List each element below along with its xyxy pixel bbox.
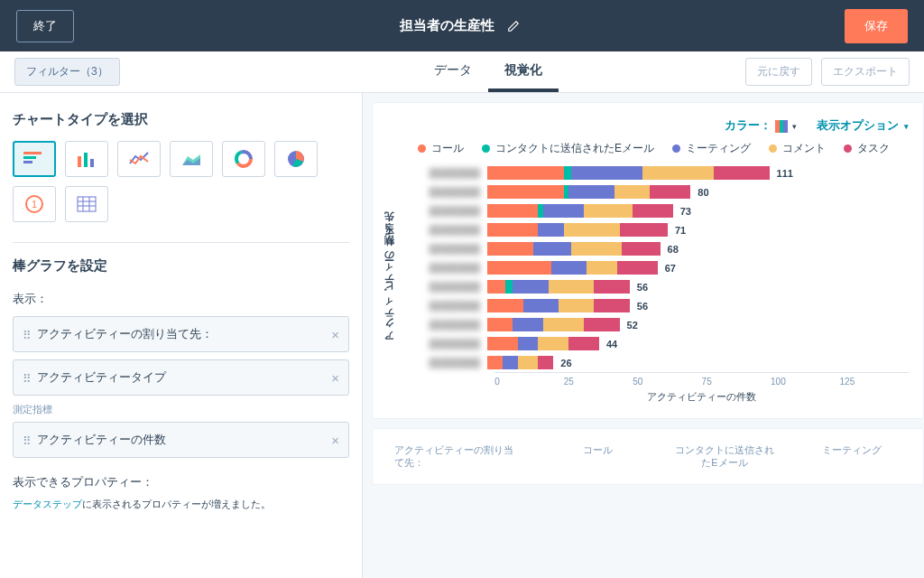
- display-label: 表示：: [13, 291, 349, 307]
- edit-icon[interactable]: [507, 20, 520, 33]
- bar-row: ████████73: [397, 201, 909, 220]
- sidebar: チャートタイプを選択 1 棒グラフを設定 表示： アクティビティーの割り当て先：…: [0, 93, 363, 578]
- svg-rect-1: [23, 156, 36, 159]
- remove-icon[interactable]: ×: [331, 327, 339, 342]
- bar-row: ████████44: [397, 334, 909, 353]
- svg-rect-14: [78, 197, 96, 211]
- chevron-down-icon: ▾: [904, 122, 909, 131]
- legend-call[interactable]: コール: [418, 141, 464, 156]
- metric-label: 測定指標: [13, 403, 349, 416]
- field-assignee[interactable]: アクティビティーの割り当て先： ×: [13, 316, 349, 352]
- y-axis-label: アクティビティーの割り当て先：: [382, 163, 397, 404]
- legend-meeting[interactable]: ミーティング: [672, 141, 751, 156]
- drag-handle-icon[interactable]: [23, 372, 30, 383]
- bar-row: ████████52: [397, 315, 909, 334]
- svg-rect-3: [78, 156, 81, 167]
- bar-row: ████████111: [397, 163, 909, 182]
- svg-rect-2: [23, 161, 32, 163]
- display-options[interactable]: 表示オプション ▾: [817, 117, 909, 134]
- tabbar: フィルター（3） データ 視覚化 元に戻す エクスポート: [0, 51, 924, 93]
- export-button[interactable]: エクスポート: [821, 58, 910, 86]
- drag-handle-icon[interactable]: [23, 434, 30, 445]
- chart-type-vbar[interactable]: [65, 141, 108, 177]
- svg-text:1: 1: [32, 199, 37, 210]
- legend-email[interactable]: コンタクトに送信されたEメール: [482, 141, 654, 156]
- chart-panel: カラー： ▾ 表示オプション ▾ コール コンタクトに送信されたEメール ミーテ…: [372, 102, 924, 419]
- bar-row: ████████56: [397, 277, 909, 296]
- bar-row: ████████56: [397, 296, 909, 315]
- chart-legend: コール コンタクトに送信されたEメール ミーティング コメント タスク: [382, 141, 909, 156]
- undo-button[interactable]: 元に戻す: [745, 58, 812, 86]
- svg-rect-5: [90, 159, 94, 167]
- svg-rect-4: [84, 153, 88, 167]
- chart-type-area[interactable]: [170, 141, 213, 177]
- config-heading: 棒グラフを設定: [13, 257, 349, 275]
- field-activity-count[interactable]: アクティビティーの件数 ×: [13, 422, 349, 458]
- table-col-assignee: アクティビティーの割り当て先：: [394, 443, 521, 470]
- tab-visualization[interactable]: 視覚化: [488, 51, 559, 92]
- topbar: 終了 担当者の生産性 保存: [0, 0, 924, 51]
- color-selector[interactable]: カラー： ▾: [725, 117, 798, 134]
- field-activity-count-label: アクティビティーの件数: [37, 432, 166, 448]
- main: カラー： ▾ 表示オプション ▾ コール コンタクトに送信されたEメール ミーテ…: [363, 93, 924, 578]
- chart-area: アクティビティーの割り当て先： ████████111████████80███…: [382, 163, 909, 404]
- bar-row: ████████67: [397, 258, 909, 277]
- chart-type-heading: チャートタイプを選択: [13, 111, 349, 128]
- svg-rect-0: [23, 152, 42, 154]
- chart-type-kpi[interactable]: 1: [13, 186, 56, 222]
- table-header: アクティビティーの割り当て先： コール コンタクトに送信されたEメール ミーティ…: [394, 443, 901, 470]
- data-step-link[interactable]: データステップ: [13, 499, 82, 509]
- page-title: 担当者の生産性: [400, 17, 494, 34]
- remove-icon[interactable]: ×: [331, 370, 339, 386]
- field-activity-type-label: アクティビティータイプ: [37, 369, 166, 386]
- legend-comment[interactable]: コメント: [769, 141, 826, 156]
- color-swatch-icon: [775, 120, 788, 133]
- field-activity-type[interactable]: アクティビティータイプ ×: [13, 359, 349, 396]
- remove-icon[interactable]: ×: [331, 433, 339, 448]
- drag-handle-icon[interactable]: [23, 329, 30, 340]
- available-props-label: 表示できるプロパティー：: [13, 474, 349, 490]
- legend-task[interactable]: タスク: [844, 141, 890, 156]
- chart-type-donut[interactable]: [222, 141, 265, 177]
- table-col-call: コール: [548, 443, 648, 470]
- bar-row: ████████71: [397, 220, 909, 239]
- bars-container: ████████111████████80████████73████████7…: [397, 163, 909, 404]
- chart-type-grid: 1: [13, 141, 349, 222]
- chevron-down-icon: ▾: [792, 122, 797, 131]
- table-panel: アクティビティーの割り当て先： コール コンタクトに送信されたEメール ミーティ…: [372, 428, 924, 485]
- chart-type-table[interactable]: [65, 186, 108, 222]
- field-assignee-label: アクティビティーの割り当て先：: [37, 326, 213, 342]
- exit-button[interactable]: 終了: [16, 10, 74, 42]
- table-col-meeting: ミーティング: [801, 443, 901, 470]
- filters-button[interactable]: フィルター（3）: [14, 58, 120, 86]
- chart-type-pie[interactable]: [274, 141, 318, 177]
- chart-type-hbar[interactable]: [13, 141, 56, 177]
- save-button[interactable]: 保存: [845, 9, 908, 43]
- table-col-email: コンタクトに送信されたEメール: [675, 443, 775, 470]
- bar-row: ████████80: [397, 182, 909, 201]
- bar-row: ████████26: [397, 353, 909, 372]
- chart-type-line[interactable]: [117, 141, 161, 177]
- tab-data[interactable]: データ: [418, 51, 488, 92]
- step-note: データステップに表示されるプロパティーが増えました。: [13, 498, 349, 511]
- bar-row: ████████68: [397, 239, 909, 258]
- title-wrap: 担当者の生産性: [74, 17, 845, 34]
